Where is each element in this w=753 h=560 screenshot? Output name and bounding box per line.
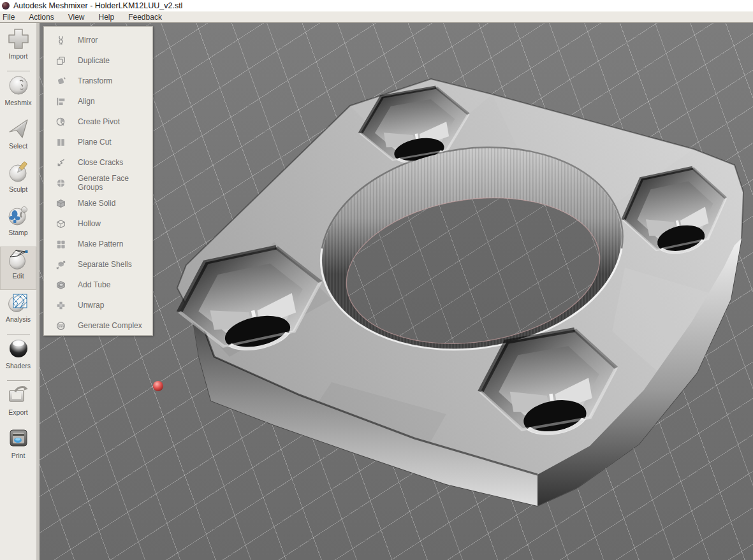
edit-icon	[6, 247, 31, 271]
sidebar-tool-sculpt[interactable]: Sculpt	[0, 160, 36, 203]
menu-view[interactable]: View	[61, 13, 92, 22]
edit-menu-duplicate[interactable]: Duplicate	[44, 50, 152, 71]
edit-menu-mirror[interactable]: Mirror	[44, 30, 152, 50]
edit-menu-transform[interactable]: Transform	[44, 71, 152, 91]
tool-sidebar: Import Meshmix Select	[0, 23, 40, 560]
sidebar-tool-stamp[interactable]: Stamp	[0, 203, 36, 247]
menu-actions[interactable]: Actions	[22, 13, 61, 22]
sidebar-tool-export[interactable]: Export	[0, 383, 36, 426]
duplicate-icon	[55, 55, 66, 66]
sidebar-tool-import[interactable]: Import	[0, 27, 36, 70]
edit-menu-create-pivot[interactable]: Create Pivot	[44, 111, 152, 132]
select-icon	[6, 117, 31, 141]
sidebar-tool-select[interactable]: Select	[0, 117, 36, 160]
edit-menu-add-tube[interactable]: Add Tube	[44, 275, 152, 295]
edit-menu-unwrap[interactable]: Unwrap	[44, 295, 152, 315]
app-icon	[2, 2, 10, 10]
plane-cut-icon	[55, 137, 66, 148]
shaders-icon	[6, 336, 31, 361]
edit-menu-plane-cut[interactable]: Plane Cut	[44, 132, 152, 152]
generate-face-groups-icon	[55, 178, 66, 189]
close-cracks-icon	[55, 157, 66, 168]
make-pattern-icon	[55, 239, 66, 250]
mirror-icon	[55, 35, 66, 46]
sidebar-divider	[7, 380, 30, 381]
sidebar-divider	[7, 71, 30, 71]
menu-bar: File Actions View Help Feedback	[0, 11, 753, 23]
edit-menu-close-cracks[interactable]: Close Cracks	[44, 152, 152, 173]
edit-menu-make-solid[interactable]: Make Solid	[44, 193, 152, 213]
meshmixer-window: Autodesk Meshmixer - HolderLKM12LUU_v2.s…	[0, 0, 753, 560]
align-icon	[55, 96, 66, 107]
sidebar-tool-shaders[interactable]: Shaders	[0, 336, 36, 380]
print-icon	[6, 426, 31, 450]
hollow-icon	[55, 219, 66, 229]
sidebar-tool-edit[interactable]: Edit	[0, 247, 36, 290]
transform-icon	[55, 76, 66, 87]
menu-feedback[interactable]: Feedback	[121, 13, 169, 22]
import-icon	[6, 27, 31, 51]
edit-menu-separate-shells[interactable]: Separate Shells	[44, 254, 152, 275]
edit-menu-generate-complex[interactable]: Generate Complex	[44, 315, 152, 336]
make-solid-icon	[55, 198, 66, 209]
meshmix-icon	[6, 73, 31, 97]
edit-menu-align[interactable]: Align	[44, 91, 152, 111]
analysis-icon	[6, 290, 31, 314]
add-tube-icon	[55, 280, 66, 291]
edit-menu-hollow[interactable]: Hollow	[44, 213, 152, 234]
sidebar-tool-print[interactable]: Print	[0, 426, 36, 470]
edit-menu-generate-face-groups[interactable]: Generate Face Groups	[44, 173, 152, 193]
unwrap-icon	[55, 300, 66, 311]
menu-help[interactable]: Help	[92, 13, 122, 22]
title-bar[interactable]: Autodesk Meshmixer - HolderLKM12LUU_v2.s…	[0, 0, 753, 11]
sculpt-icon	[6, 160, 31, 184]
menu-file[interactable]: File	[0, 13, 22, 22]
window-title: Autodesk Meshmixer - HolderLKM12LUU_v2.s…	[13, 1, 182, 10]
pivot-point-sphere[interactable]	[153, 381, 163, 391]
edit-menu-make-pattern[interactable]: Make Pattern	[44, 234, 152, 254]
separate-shells-icon	[55, 259, 66, 270]
edit-tool-panel: Mirror Duplicate Transform Align	[43, 26, 153, 336]
stamp-icon	[6, 203, 31, 227]
sidebar-tool-analysis[interactable]: Analysis	[0, 290, 36, 333]
generate-complex-icon	[55, 320, 66, 331]
export-icon	[6, 383, 31, 407]
create-pivot-icon	[55, 117, 66, 127]
sidebar-divider	[7, 334, 30, 334]
sidebar-tool-meshmix[interactable]: Meshmix	[0, 73, 36, 117]
